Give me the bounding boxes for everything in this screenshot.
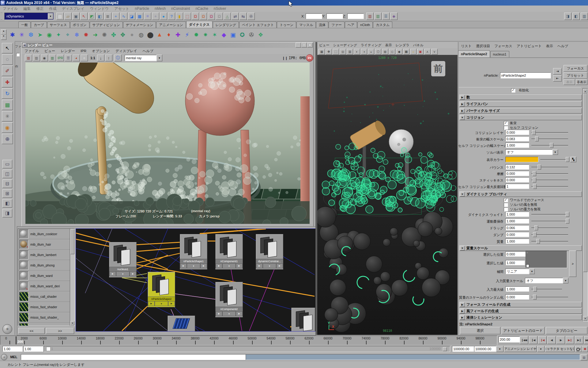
shelf-item-icon[interactable]: ⌖: [63, 30, 72, 39]
menu-item[interactable]: レンダー: [58, 48, 78, 54]
node-expand-icon[interactable]: ▼: [116, 271, 130, 276]
menu-item[interactable]: 選択項目: [474, 44, 492, 49]
node-expand-icon[interactable]: ▼: [187, 263, 200, 268]
display-color-swatch[interactable]: [505, 157, 538, 162]
shader-list-item[interactable]: misss_fast_shader: [18, 302, 70, 312]
shelf-item-icon[interactable]: ➜: [91, 30, 100, 39]
attr-slider[interactable]: [531, 234, 568, 235]
viewport-toolbar-icon[interactable]: ⬚: [333, 49, 339, 55]
playback-end-field[interactable]: 100000.00: [452, 346, 474, 352]
shelf-tab[interactable]: サーフェス: [47, 21, 70, 28]
one-to-one-zoom[interactable]: 1:1: [90, 56, 95, 60]
shelf-item-icon[interactable]: ✇: [247, 30, 256, 39]
menu-item[interactable]: ライティング: [359, 43, 383, 48]
pause-icon[interactable]: ❙❙: [282, 56, 288, 60]
menu-item[interactable]: nSolver: [211, 6, 229, 11]
shelf-tab[interactable]: デフォメーション: [123, 21, 156, 28]
render-view-icon[interactable]: ▥: [25, 55, 32, 61]
shelf-tab[interactable]: トゥーン: [277, 21, 296, 28]
chevron-down-icon[interactable]: ▼: [529, 269, 535, 274]
viewport-toolbar-icon[interactable]: ⋎: [431, 49, 438, 55]
range-start-checkbox[interactable]: [46, 347, 51, 351]
menu-item[interactable]: nParticle: [132, 6, 152, 11]
shader-list-item[interactable]: misss_call_shader: [18, 291, 70, 302]
viewport-toolbar-icon[interactable]: ▥: [347, 49, 353, 55]
menu-item[interactable]: nCache: [193, 6, 211, 11]
shader-list-item[interactable]: ↘ mib_illum_ward_deri: [18, 281, 70, 291]
menu-item[interactable]: フォーカス: [492, 44, 514, 49]
render-view-icon[interactable]: ◉: [41, 55, 48, 61]
layout-preset-icon[interactable]: ⊞: [2, 189, 12, 198]
rendered-image[interactable]: サイズ: 1280 720 ズーム: 0.721(mental ray) フレー…: [25, 63, 310, 224]
attr-field[interactable]: 1.000: [505, 286, 529, 292]
shelf-item-icon[interactable]: ♦: [164, 30, 173, 39]
expand-icon[interactable]: ▶: [460, 95, 465, 100]
node-expand-left-icon[interactable]: ▶: [216, 311, 222, 316]
menu-item[interactable]: レンダラ: [394, 43, 411, 48]
panel-toggle-icon[interactable]: ◨: [564, 13, 571, 20]
ignore-gravity-checkbox[interactable]: [504, 207, 508, 212]
self-collide-checkbox[interactable]: [504, 126, 508, 130]
hide-button[interactable]: 非表示: [576, 79, 587, 85]
playback-button[interactable]: ▶❙: [575, 336, 583, 344]
shelf-item-icon[interactable]: ❄: [72, 30, 81, 39]
attr-field[interactable]: 1.000: [505, 260, 525, 265]
shading-node[interactable]: nComponent1 ▶ ▼ ▶: [215, 234, 243, 270]
shelf-tab[interactable]: マッスル: [296, 21, 316, 28]
focus-button[interactable]: フォーカス: [564, 65, 587, 72]
attr-field[interactable]: 0.066: [505, 225, 529, 230]
shelf-switch-down-icon[interactable]: ▼: [1, 35, 6, 40]
layout-preset-icon[interactable]: ▭: [2, 160, 12, 168]
shader-list-item[interactable]: mib_illum_ward: [18, 270, 70, 281]
menu-item[interactable]: ディスプレイ: [59, 6, 87, 12]
node-expand-right-icon[interactable]: ▶: [276, 263, 283, 268]
close-icon[interactable]: ×: [307, 43, 313, 48]
shelf-item-icon[interactable]: ▲: [155, 30, 164, 39]
render-view-icon[interactable]: ☰: [65, 55, 72, 61]
shelf-item-icon[interactable]: ✺: [100, 30, 109, 39]
menu-item[interactable]: ヘルプ: [140, 48, 156, 54]
tool-icon[interactable]: ✚: [2, 77, 13, 87]
attr-slider[interactable]: [531, 186, 568, 187]
shading-node[interactable]: ▶ ▼ ▶: [168, 316, 195, 332]
menu-item[interactable]: オプション: [89, 48, 113, 54]
collapse-icon[interactable]: ▼: [460, 115, 465, 120]
section-mass-scale[interactable]: ▼質量スケール: [459, 245, 582, 251]
attr-field[interactable]: 0.000: [505, 130, 529, 135]
tool-icon[interactable]: ✐: [2, 66, 13, 76]
toolbar-icon[interactable]: ▥: [366, 13, 374, 20]
viewport-toolbar-icon[interactable]: ▦: [318, 49, 325, 55]
toolbar-icon[interactable]: Ω: [200, 13, 207, 20]
shelf-item-icon[interactable]: ✸: [81, 30, 91, 39]
ramp-handle[interactable]: [526, 264, 529, 267]
section-wind-field[interactable]: ▶風フィールドの生成: [459, 308, 582, 314]
shelf-tab[interactable]: ファー: [329, 21, 345, 28]
tool-icon[interactable]: ◉: [2, 122, 13, 133]
viewport-toolbar-icon[interactable]: ◒: [368, 49, 374, 55]
shelf-tab[interactable]: 流体: [316, 21, 328, 28]
section-collision[interactable]: ▼コリジョン: [459, 115, 582, 120]
menu-item[interactable]: 表示: [383, 43, 394, 48]
tool-icon[interactable]: ⊕: [2, 134, 13, 144]
solver-display-dropdown[interactable]: オフ▼: [505, 149, 558, 155]
set-key-icon[interactable]: [575, 346, 582, 352]
node-expand-right-icon[interactable]: ▶: [130, 271, 136, 276]
shelf-tab[interactable]: アニメーション: [156, 21, 186, 28]
shelf-item-icon[interactable]: ✪: [238, 30, 247, 39]
shelf-item-icon[interactable]: ✹: [192, 30, 201, 39]
shader-list-item[interactable]: misss_fast_shader: [18, 323, 70, 326]
viewport-toolbar-icon[interactable]: ⋏: [424, 49, 431, 55]
attr-slider[interactable]: [531, 221, 568, 222]
expand-icon[interactable]: ▶: [460, 302, 465, 307]
tool-icon[interactable]: ↻: [2, 88, 13, 99]
shelf-item-icon[interactable]: ✶: [210, 30, 219, 39]
shader-list-item[interactable]: misss_fast_shader_: [18, 312, 70, 323]
menu-item[interactable]: アトリビュート: [514, 44, 544, 49]
node-expand-icon[interactable]: ▼: [222, 311, 236, 316]
shelf-item-icon[interactable]: ✥: [118, 30, 127, 39]
attr-field[interactable]: 1.000: [505, 212, 529, 217]
shelf-item-icon[interactable]: ▣: [228, 30, 238, 39]
script-editor-icon[interactable]: ▤: [581, 354, 587, 360]
menu-item[interactable]: ファイル: [0, 6, 21, 12]
ramp-expand-button[interactable]: >: [569, 251, 576, 277]
